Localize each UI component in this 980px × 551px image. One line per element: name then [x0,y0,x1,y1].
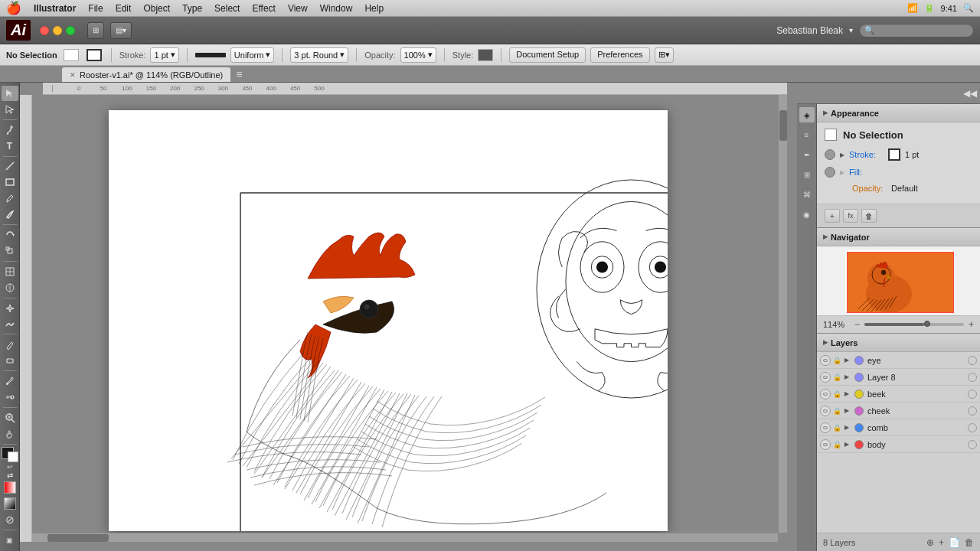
extras-btn[interactable]: ⊞▾ [655,47,674,63]
vertical-scrollbar[interactable] [778,95,787,533]
layout-btn[interactable]: ▤▾ [110,22,132,39]
symbols-icon[interactable]: ⌘ [799,187,815,202]
search-icon[interactable]: 🔍 [963,3,974,13]
menu-type[interactable]: Type [182,3,202,14]
layer-row-cheek[interactable]: 🔒 ▶ cheek [817,403,980,419]
layer-expand-comb[interactable]: ▶ [844,424,852,431]
horizontal-scrollbar[interactable] [32,533,778,542]
fill-color-box[interactable] [64,49,79,61]
layer-row-body[interactable]: 🔒 ▶ body [817,436,980,453]
layer-lock-comb[interactable]: 🔒 [833,424,842,432]
layer-row-layer8[interactable]: 🔒 ▶ Layer 8 [817,369,980,386]
graphic-styles-icon[interactable]: ◉ [799,207,815,222]
knife-tool[interactable] [2,337,18,352]
stroke-expand[interactable]: ▶ [840,152,844,158]
layer-expand-layer8[interactable]: ▶ [844,373,852,380]
delete-layer-btn[interactable]: 🗑 [965,537,974,548]
layer-expand-eye[interactable]: ▶ [844,357,852,364]
menu-object[interactable]: Object [143,3,170,14]
fill-visibility[interactable] [825,167,835,178]
add-new-stroke-btn[interactable]: + [825,209,840,223]
panel-toggle-btn[interactable]: ◀◀ [963,88,977,99]
layer-lock-layer8[interactable]: 🔒 [833,373,842,381]
doc-setup-btn[interactable]: Document Setup [509,47,586,63]
rect-tool[interactable] [2,174,18,190]
shape-builder-tool[interactable] [2,280,18,295]
document-tab[interactable]: ✕ Rooster-v1.ai* @ 114% (RGB/Outline) [61,67,231,82]
zoom-in-btn[interactable]: + [969,319,974,330]
minimize-btn[interactable] [53,26,62,35]
layers-panel-header[interactable]: ▶ Layers [817,334,980,352]
menu-file[interactable]: File [88,3,103,14]
layer-expand-beek[interactable]: ▶ [844,390,852,397]
menu-edit[interactable]: Edit [116,3,132,14]
selection-tool[interactable] [2,86,18,101]
layer-expand-cheek[interactable]: ▶ [844,407,852,414]
screen-mode-btn[interactable]: ▣ [2,533,18,548]
eye-visibility-comb[interactable] [820,422,831,433]
color-mode-btn[interactable] [2,481,18,496]
foreground-color[interactable] [2,447,18,462]
stroke-color-swatch[interactable] [888,148,900,161]
zoom-out-btn[interactable]: − [854,319,860,330]
layer-select-beek[interactable] [968,390,977,399]
layer-select-layer8[interactable] [968,373,977,382]
swap-colors[interactable]: ⇄ [7,471,13,480]
layer-select-comb[interactable] [968,423,977,432]
layers-icon[interactable]: ≡ [799,127,815,142]
none-btn[interactable]: ⊘ [2,512,18,527]
brush-tool[interactable] [2,207,18,222]
layer-select-cheek[interactable] [968,406,977,416]
search-input[interactable]: 🔍 [859,24,974,37]
eyedropper-tool[interactable] [2,373,18,389]
reset-colors[interactable]: ↩ [7,463,13,471]
pen-tool[interactable] [2,122,18,138]
menu-window[interactable]: Window [320,3,353,14]
blend-tool[interactable] [2,390,18,405]
menu-select[interactable]: Select [214,3,240,14]
appearance-panel-header[interactable]: ▶ Appearance [817,104,980,122]
brush-select[interactable]: 3 pt. Round▾ [290,47,348,63]
menu-view[interactable]: View [288,3,308,14]
eye-visibility-cheek[interactable] [820,406,831,416]
stroke-color-box[interactable] [87,49,102,61]
stroke-value-select[interactable]: 1 pt▾ [150,47,178,63]
layer-select-eye[interactable] [968,356,977,365]
fx-btn[interactable]: fx [843,209,858,223]
gradient-btn[interactable] [2,496,18,511]
layer-lock-eye[interactable]: 🔒 [833,357,842,364]
brushes-icon[interactable]: ✒ [799,147,815,162]
type-tool[interactable]: T [2,139,18,154]
direct-selection-tool[interactable] [2,102,18,117]
layer-row-eye[interactable]: 🔒 ▶ eye [817,352,980,369]
close-btn[interactable] [40,26,49,35]
menu-help[interactable]: Help [364,3,384,14]
layer-lock-beek[interactable]: 🔒 [833,390,842,398]
opacity-select[interactable]: 100%▾ [400,47,436,63]
layer-lock-cheek[interactable]: 🔒 [833,407,842,415]
scale-tool[interactable] [2,243,18,259]
delete-appearance-btn[interactable]: 🗑 [861,209,877,223]
artboard[interactable] [109,110,668,531]
layer-row-comb[interactable]: 🔒 ▶ comb [817,419,980,436]
apple-menu[interactable]: 🍎 [6,1,21,15]
layer-select-body[interactable] [968,440,977,449]
layer-row-beek[interactable]: 🔒 ▶ beek [817,386,980,403]
layer-lock-body[interactable]: 🔒 [833,441,842,448]
rotate-tool[interactable] [2,227,18,243]
canvas-inner[interactable] [32,95,787,542]
visibility-eye[interactable] [825,149,835,160]
arrange-btn[interactable]: ⊞ [87,22,104,39]
hand-tool[interactable] [2,426,18,442]
warp-tool[interactable] [2,317,18,332]
app-menu-illustrator[interactable]: Illustrator [34,3,76,14]
user-dropdown-icon[interactable]: ▾ [849,26,853,34]
layer-expand-body[interactable]: ▶ [844,441,852,448]
eye-visibility-eye[interactable] [820,355,831,366]
arrange-icon[interactable]: ≡ [231,68,247,80]
grid-tool[interactable] [2,264,18,279]
zoom-slider[interactable] [864,323,964,326]
eraser-tool[interactable] [2,353,18,368]
maximize-btn[interactable] [66,26,75,35]
eye-visibility-beek[interactable] [820,389,831,399]
